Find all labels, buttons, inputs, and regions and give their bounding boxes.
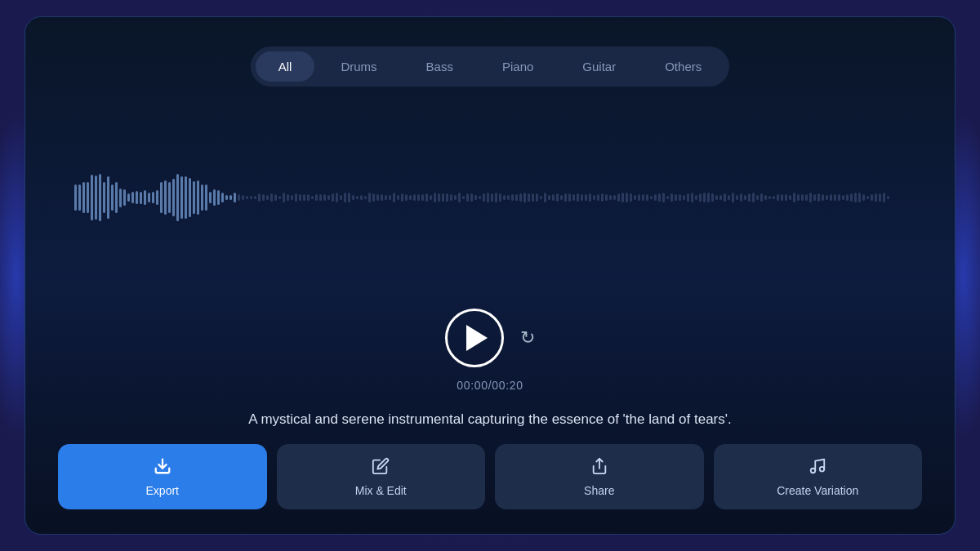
waveform-bar	[164, 180, 167, 215]
waveform-bar	[352, 195, 354, 200]
waveform-bar	[670, 193, 673, 202]
waveform-bar	[817, 193, 820, 201]
waveform-bar	[152, 192, 154, 203]
waveform-bar	[246, 196, 248, 200]
waveform-bar	[364, 196, 367, 199]
waveform-bar	[728, 195, 730, 201]
player-section: ↻ 00:00/00:20 A mystical and serene inst…	[248, 309, 731, 428]
waveform-bar	[295, 193, 297, 202]
waveform-bar	[111, 184, 114, 210]
waveform-bar	[801, 194, 804, 201]
repeat-icon[interactable]: ↻	[520, 327, 535, 349]
waveform-bar	[307, 194, 310, 201]
waveform-bar	[438, 193, 440, 202]
waveform-bar	[315, 194, 318, 201]
waveform-bar	[462, 196, 465, 199]
waveform-bar	[131, 192, 134, 204]
waveform-bar	[409, 195, 412, 201]
waveform-bar	[793, 193, 795, 202]
waveform-bar	[511, 194, 514, 202]
waveform-bar	[185, 176, 187, 219]
waveform-bar	[866, 196, 869, 199]
waveform-bar	[450, 194, 452, 202]
waveform-bar	[225, 195, 228, 201]
waveform-bar	[250, 196, 252, 199]
waveform-bar	[875, 193, 877, 202]
tab-guitar[interactable]: Guitar	[559, 51, 639, 82]
waveform-bar	[858, 193, 861, 202]
waveform-bar	[254, 196, 256, 200]
waveform-bar	[123, 189, 126, 205]
tab-bass[interactable]: Bass	[403, 51, 476, 82]
play-icon	[466, 325, 488, 351]
waveform-bar	[560, 195, 563, 199]
waveform-bar	[777, 194, 779, 200]
waveform-bar	[201, 184, 203, 210]
waveform-bar	[405, 194, 408, 201]
waveform-bar	[425, 193, 428, 202]
waveform-bar	[724, 193, 726, 202]
waveform-bar	[609, 195, 612, 200]
waveform-bar	[621, 193, 624, 202]
waveform-bar	[336, 193, 338, 202]
waveform-bar	[748, 193, 751, 202]
export-label: Export	[146, 484, 179, 497]
waveform-bar	[242, 195, 244, 201]
waveform-bar	[577, 193, 579, 202]
waveform-bar	[376, 194, 379, 201]
waveform-bar	[646, 194, 648, 202]
waveform-bar	[662, 193, 665, 202]
share-button[interactable]: Share	[495, 444, 704, 509]
waveform-bar	[283, 193, 285, 202]
waveform-bar	[809, 193, 812, 202]
waveform-area	[25, 87, 955, 292]
mix-edit-button[interactable]: Mix & Edit	[277, 444, 486, 509]
waveform-track[interactable]	[74, 165, 906, 230]
create-variation-button[interactable]: Create Variation	[714, 444, 923, 509]
waveform-bar	[707, 193, 710, 202]
waveform-bar	[805, 194, 808, 200]
play-button[interactable]	[445, 309, 504, 367]
waveform-bar	[299, 194, 301, 202]
waveform-bar	[564, 193, 567, 202]
export-button[interactable]: Export	[58, 444, 267, 509]
waveform-bar	[278, 196, 281, 200]
waveform-bar	[572, 194, 575, 201]
waveform-bar	[103, 182, 105, 213]
waveform-bar	[258, 193, 261, 201]
waveform-bar	[291, 195, 293, 201]
tab-piano[interactable]: Piano	[479, 51, 556, 82]
mix-edit-icon	[372, 457, 390, 478]
tab-drums[interactable]: Drums	[318, 51, 399, 82]
waveform-bar	[887, 196, 889, 199]
waveform-bar	[160, 182, 163, 214]
waveform-bar	[136, 191, 138, 203]
waveform-bar	[850, 193, 853, 202]
waveform-bar	[740, 193, 742, 202]
waveform-bar	[319, 194, 322, 201]
waveform-bar	[499, 193, 501, 202]
waveform-bar	[127, 193, 130, 202]
tab-all[interactable]: All	[256, 51, 315, 82]
tab-bar: All Drums Bass Piano Guitar Others	[251, 47, 729, 87]
waveform-bar	[519, 193, 522, 202]
waveform-bar	[238, 194, 240, 200]
waveform-bar	[274, 194, 277, 200]
waveform-bar	[209, 192, 212, 203]
waveform-bar	[327, 195, 330, 200]
waveform-bar	[789, 195, 791, 199]
waveform-bar	[287, 194, 289, 202]
waveform-bar	[393, 193, 395, 202]
waveform-bar	[654, 194, 657, 202]
waveform-bar	[687, 193, 689, 202]
waveform-bar	[348, 193, 350, 202]
waveform-bar	[630, 193, 632, 202]
tab-others[interactable]: Others	[642, 51, 724, 82]
description-text: A mystical and serene instrumental captu…	[248, 411, 731, 428]
waveform-bar	[568, 193, 571, 202]
svg-point-3	[820, 466, 825, 471]
action-bar: Export Mix & Edit	[25, 428, 955, 534]
waveform-bar	[430, 195, 432, 199]
waveform-bar	[197, 180, 199, 216]
waveform-bar	[332, 193, 334, 202]
